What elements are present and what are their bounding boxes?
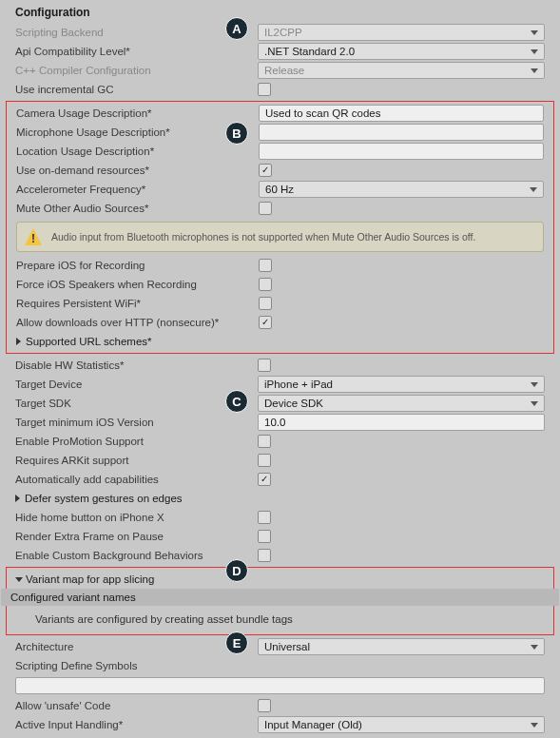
config-panel: Configuration Scripting BackendIL2CPPApi… — [0, 0, 560, 734]
foldout-url-schemes[interactable]: Supported URL schemes* — [7, 332, 553, 351]
property-label: Requires Persistent WiFi* — [16, 298, 259, 309]
property-label: C++ Compiler Configuration — [15, 65, 258, 76]
text-input-wide[interactable] — [15, 677, 545, 694]
checkbox[interactable] — [258, 530, 271, 543]
text-input[interactable] — [259, 143, 544, 160]
property-row: Prepare iOS for Recording — [7, 256, 553, 275]
property-row: Scripting BackendIL2CPP — [6, 23, 554, 42]
property-label: Target minimum iOS Version — [15, 417, 258, 428]
property-label: Target SDK — [15, 398, 258, 409]
dropdown[interactable]: Input Manager (Old) — [258, 716, 545, 733]
checkbox[interactable] — [259, 164, 272, 177]
warning-icon: ! — [25, 228, 42, 245]
checkbox[interactable] — [258, 83, 271, 96]
property-row: Hide home button on iPhone X — [6, 508, 554, 527]
property-label: Target Device — [15, 379, 258, 390]
checkbox[interactable] — [259, 259, 272, 272]
checkbox[interactable] — [258, 549, 271, 562]
foldout-variant-map[interactable]: Variant map for app slicing — [7, 570, 553, 589]
property-label: Requires ARKit support — [15, 455, 258, 466]
dropdown[interactable]: Release — [258, 62, 545, 79]
property-row: C++ Compiler ConfigurationRelease — [6, 61, 554, 80]
dropdown[interactable]: Device SDK — [258, 395, 545, 412]
dropdown[interactable]: Universal — [258, 638, 545, 655]
property-label: Location Usage Description* — [16, 146, 259, 157]
checkbox[interactable] — [258, 699, 271, 712]
callout-a: A — [225, 17, 248, 40]
property-label: Mute Other Audio Sources* — [16, 203, 259, 214]
property-row: Allow downloads over HTTP (nonsecure)* — [7, 313, 553, 332]
callout-d: D — [225, 559, 248, 582]
property-label: Allow 'unsafe' Code — [15, 700, 258, 711]
property-row: Render Extra Frame on Pause — [6, 527, 554, 546]
property-row: Enable Custom Background Behaviors — [6, 546, 554, 565]
property-row: Accelerometer Frequency*60 Hz — [7, 180, 553, 199]
checkbox[interactable] — [258, 473, 271, 486]
property-label: Hide home button on iPhone X — [15, 512, 258, 523]
property-label: Enable ProMotion Support — [15, 436, 258, 447]
property-row: Target DeviceiPhone + iPad — [6, 375, 554, 394]
warning-text: Audio input from Bluetooth microphones i… — [51, 231, 475, 243]
property-row: Mute Other Audio Sources* — [7, 199, 553, 218]
checkbox[interactable] — [259, 316, 272, 329]
property-label: Camera Usage Description* — [16, 107, 259, 119]
checkbox[interactable] — [258, 511, 271, 524]
property-label: Enable Custom Background Behaviors — [15, 550, 258, 561]
property-label: Microphone Usage Description* — [16, 126, 259, 138]
property-row: Microphone Usage Description* — [7, 123, 553, 142]
property-label: Api Compatibility Level* — [15, 46, 258, 57]
property-row: Target minimum iOS Version10.0 — [6, 413, 554, 432]
property-row: Allow 'unsafe' Code — [6, 696, 554, 715]
callout-b: B — [225, 122, 248, 145]
property-row: Api Compatibility Level*.NET Standard 2.… — [6, 42, 554, 61]
property-label: Render Extra Frame on Pause — [15, 531, 258, 542]
checkbox[interactable] — [258, 359, 271, 372]
property-label: Use incremental GC — [15, 84, 258, 95]
property-row: Automatically add capabilities — [6, 470, 554, 489]
property-row: Camera Usage Description*Used to scan QR… — [7, 104, 553, 123]
warning-banner: ! Audio input from Bluetooth microphones… — [16, 222, 544, 252]
property-label: Scripting Define Symbols — [15, 660, 258, 671]
property-label: Force iOS Speakers when Recording — [16, 279, 259, 290]
property-row: Requires Persistent WiFi* — [7, 294, 553, 313]
property-label: Accelerometer Frequency* — [16, 184, 259, 195]
property-label: Prepare iOS for Recording — [16, 260, 259, 271]
property-label: Scripting Backend — [15, 27, 258, 38]
text-input[interactable]: Used to scan QR codes — [259, 105, 544, 122]
property-label: Architecture — [15, 641, 258, 652]
foldout-defer-gestures[interactable]: Defer system gestures on edges — [6, 489, 554, 508]
dropdown[interactable]: .NET Standard 2.0 — [258, 43, 545, 60]
property-row: Disable HW Statistics* — [6, 356, 554, 375]
property-row: ArchitectureUniversal — [6, 637, 554, 656]
callout-e: E — [225, 631, 248, 654]
callout-c: C — [225, 390, 248, 413]
property-row: Requires ARKit support — [6, 451, 554, 470]
dropdown[interactable]: 60 Hz — [259, 181, 544, 198]
property-row: Enable ProMotion Support — [6, 432, 554, 451]
property-row: Active Input Handling*Input Manager (Old… — [6, 715, 554, 734]
property-row: Use incremental GC — [6, 80, 554, 99]
section-header: Configuration — [6, 0, 554, 23]
dropdown[interactable]: IL2CPP — [258, 24, 545, 41]
property-label: Allow downloads over HTTP (nonsecure)* — [16, 317, 259, 328]
property-label: Automatically add capabilities — [15, 474, 258, 485]
highlight-box-2: Variant map for app slicing Configured v… — [6, 567, 554, 635]
property-row: Target SDKDevice SDK — [6, 394, 554, 413]
checkbox[interactable] — [259, 202, 272, 215]
property-label: Active Input Handling* — [15, 719, 258, 730]
property-label: Use on-demand resources* — [16, 165, 259, 176]
checkbox[interactable] — [259, 297, 272, 310]
text-input[interactable]: 10.0 — [258, 414, 545, 431]
property-label: Disable HW Statistics* — [15, 359, 258, 371]
variant-message: Variants are configured by creating asse… — [7, 606, 553, 632]
property-row: Use on-demand resources* — [7, 161, 553, 180]
checkbox[interactable] — [258, 454, 271, 467]
property-row: Scripting Define Symbols — [6, 656, 554, 675]
checkbox[interactable] — [258, 435, 271, 448]
property-row: Location Usage Description* — [7, 142, 553, 161]
highlight-box-1: Camera Usage Description*Used to scan QR… — [6, 101, 554, 354]
checkbox[interactable] — [259, 278, 272, 291]
property-row: Force iOS Speakers when Recording — [7, 275, 553, 294]
text-input[interactable] — [259, 124, 544, 141]
dropdown[interactable]: iPhone + iPad — [258, 376, 545, 393]
